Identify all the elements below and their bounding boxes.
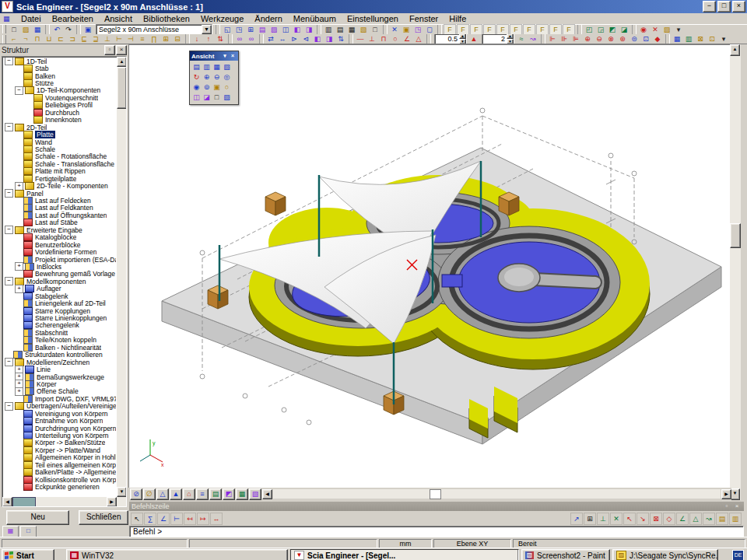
tree-item[interactable]: Allgemeinen Körper in Hohlkörper <box>3 454 116 461</box>
flag-icon[interactable]: ⌂ <box>183 488 195 500</box>
view-side-icon[interactable]: ▦ <box>212 62 222 72</box>
tree-item[interactable]: Balken <box>3 72 116 79</box>
tree-expander-icon[interactable] <box>5 189 13 198</box>
view-param-icon-5[interactable]: F <box>496 24 509 34</box>
section-icon-4[interactable]: ⊔ <box>44 34 54 44</box>
tree-item[interactable]: Platte mit Rippen <box>3 168 116 175</box>
view-param-icon-3[interactable]: F <box>470 24 482 34</box>
section-icon-7[interactable]: ⊑ <box>79 34 89 44</box>
tree-expander-icon[interactable] <box>15 461 22 468</box>
model-table-icon[interactable]: ⊞ <box>245 25 256 34</box>
toolbar-icon[interactable] <box>216 25 220 34</box>
tree-expander-icon[interactable] <box>15 307 22 314</box>
ansicht-palette-header[interactable]: Ansicht ▾ × <box>190 51 238 61</box>
chart-mini-icon[interactable]: ▲ <box>170 488 182 500</box>
perp-snap-icon[interactable]: ⊥ <box>597 513 609 525</box>
filter-icon-2[interactable]: ⊡ <box>707 34 717 44</box>
tree-expander-icon[interactable] <box>25 102 32 109</box>
tree-item[interactable]: Platte <box>3 131 116 138</box>
grid-mini-icon[interactable]: ▦ <box>236 488 248 500</box>
activity-icon-4[interactable]: ◪ <box>619 25 630 34</box>
toolbar-icon[interactable] <box>426 34 431 44</box>
section-icon-9[interactable]: ⊥ <box>102 34 113 44</box>
spinner-down-icon[interactable]: ▼ <box>507 39 514 44</box>
draw-rect-icon[interactable]: ⊓ <box>378 34 389 44</box>
scroll-up-icon[interactable]: ▲ <box>730 44 740 56</box>
axo-mini-icon[interactable]: △ <box>156 488 169 500</box>
pencil-icon[interactable]: ∅ <box>143 488 156 500</box>
tree-expander-icon[interactable] <box>15 395 22 402</box>
layout-icon[interactable]: ◧ <box>292 25 303 34</box>
scrollbar-thumb[interactable] <box>12 497 36 507</box>
tree-item[interactable]: Stabgelenk <box>3 292 116 299</box>
tangent-snap-icon[interactable]: △ <box>689 513 702 525</box>
select-cursor-icon[interactable]: ↖ <box>131 513 143 525</box>
tree-item[interactable]: Schale - Translationsfläche <box>3 160 116 167</box>
redo-icon[interactable]: ↷ <box>63 25 74 34</box>
wave-icon[interactable]: ≈ <box>516 34 527 44</box>
section-icon-10[interactable]: ⊢ <box>114 34 124 44</box>
picture-icon[interactable]: ▨ <box>268 25 279 34</box>
tree-expander-icon[interactable] <box>25 109 32 116</box>
tree-expander-icon[interactable] <box>5 226 13 234</box>
befehlszeile-header[interactable]: Befehlszeile ▫ × <box>129 502 744 511</box>
couple-icon-1[interactable]: ⇄ <box>265 34 276 44</box>
activity-icon-2[interactable]: ◲ <box>595 25 606 34</box>
menu-item[interactable]: Menübaum <box>288 13 342 24</box>
view-param-icon-8[interactable]: F <box>536 24 549 34</box>
tree-expander-icon[interactable] <box>15 387 23 396</box>
tree-expander-icon[interactable] <box>15 337 22 344</box>
tree-item[interactable]: Kollisionskontrolle von Körpern <box>3 476 116 483</box>
view-front-icon[interactable]: ▥ <box>202 62 212 72</box>
tree-item[interactable]: Benutzerblöcke <box>3 241 116 248</box>
project-combo[interactable]: Segel2 x 90m Anschlüsse ▼ <box>96 24 212 34</box>
tree-item[interactable]: Starre Linienkopplungen <box>3 314 116 321</box>
tree-expander-icon[interactable] <box>15 212 22 219</box>
couple-icon-7[interactable]: ⇅ <box>335 34 346 44</box>
load-both-icon[interactable]: ⇅ <box>215 34 226 44</box>
view-param-icon-10[interactable]: F <box>563 24 575 34</box>
tree-item[interactable]: Übertragen/Aufteilen/Vereinigen <box>3 403 116 410</box>
import-folder-icon[interactable]: ▨ <box>661 25 672 34</box>
node-icon-4[interactable]: ⊕ <box>582 34 593 44</box>
scrollbar-thumb[interactable] <box>430 489 441 499</box>
open-icon[interactable]: ▨ <box>20 25 31 34</box>
tree-expander-icon[interactable] <box>15 425 22 432</box>
scroll-left-icon[interactable]: ◀ <box>2 497 12 507</box>
menu-item[interactable]: Werkzeuge <box>195 13 249 24</box>
scrollbar-thumb[interactable] <box>730 223 741 248</box>
delete-icon[interactable]: ✕ <box>650 25 661 34</box>
tree-item[interactable]: Last auf Feldkanten <box>3 205 116 212</box>
tree-vertical-scrollbar[interactable]: ▲ ▼ <box>117 57 126 497</box>
close-icon[interactable]: × <box>732 502 742 511</box>
scale-spinner[interactable]: 0.5 ▲▼ <box>434 34 467 44</box>
node-icon-2[interactable]: ⊪ <box>559 34 570 44</box>
ansicht-palette[interactable]: Ansicht ▾ × ▤ ▥ ▦ ▧ ↻ ⊕ ⊖ ◎ ◉ <box>189 51 239 105</box>
view-param-icon-9[interactable]: F <box>549 24 562 34</box>
couple-icon-2[interactable]: ↔ <box>277 34 288 44</box>
tree-item[interactable]: Offene Schale <box>3 388 116 395</box>
tree-item[interactable]: Stab <box>3 65 116 72</box>
toolbar-icon[interactable] <box>317 25 321 34</box>
view-param-icon-7[interactable]: F <box>523 24 535 34</box>
command-input[interactable]: Befehl > <box>129 526 744 537</box>
node-icon-9[interactable]: ⊡ <box>640 34 651 44</box>
box-snap-icon[interactable]: ⊠ <box>650 513 662 525</box>
zoom-out-icon[interactable]: ⊖ <box>212 72 222 82</box>
toolbar-icon[interactable] <box>577 25 582 34</box>
activity-icon-3[interactable]: ◩ <box>607 25 618 34</box>
pen-icon[interactable]: ↗ <box>570 513 583 525</box>
perspective-icon[interactable]: □ <box>212 93 222 103</box>
tree-expander-icon[interactable] <box>15 168 22 175</box>
tree-expander-icon[interactable] <box>15 418 22 425</box>
tree-expander-icon[interactable] <box>15 344 22 351</box>
table-mini-icon[interactable]: ▤ <box>209 488 222 500</box>
tree-item[interactable]: Schale - Rotationsfläche <box>3 153 116 160</box>
page-setup-icon[interactable]: □ <box>370 25 381 34</box>
tree-item[interactable]: Körper -> Platte/Wand <box>3 446 116 453</box>
tree-item[interactable]: 1D-Teil-Komponenten <box>3 87 116 94</box>
menu-item[interactable]: Bibliotheken <box>138 13 195 24</box>
tree-expander-icon[interactable] <box>15 285 23 293</box>
mdi-document-icon[interactable]: ▦ <box>3 15 12 23</box>
toolbar-icon[interactable] <box>185 34 190 44</box>
